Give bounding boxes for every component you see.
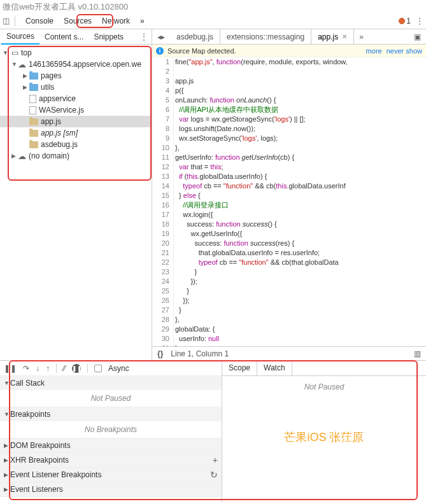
tree-file[interactable]: appservice — [0, 93, 152, 104]
tree-folder-utils[interactable]: ▶utils — [0, 81, 152, 93]
pause-icon[interactable]: ❚❚ — [4, 364, 17, 373]
tree-file[interactable]: asdebug.js — [0, 139, 152, 150]
tab-scope[interactable]: Scope — [222, 361, 257, 375]
tab-sources[interactable]: Sources — [59, 14, 97, 28]
history-back-icon[interactable]: ◂▸ — [152, 32, 170, 41]
close-icon[interactable]: ✕ — [342, 33, 347, 40]
sub-toolbar: Sources Content s... Snippets ⋮ ◂▸ asdeb… — [0, 29, 426, 45]
deactivate-bp-icon[interactable]: ⁄⁄ — [63, 364, 66, 373]
tree-top[interactable]: ▼▭top — [0, 47, 152, 59]
section-breakpoints[interactable]: ▼Breakpoints No Breakpoints — [0, 407, 222, 438]
link-never-show[interactable]: never show — [387, 47, 422, 55]
editor-status-bar: {} Line 1, Column 1 ▥ — [152, 346, 426, 360]
subtab-sources[interactable]: Sources — [1, 29, 39, 45]
info-icon: i — [156, 47, 164, 55]
maximize-icon[interactable]: ▣ — [409, 32, 426, 41]
step-over-icon[interactable]: ↷ — [23, 364, 29, 373]
tree-file[interactable]: WAService.js — [0, 104, 152, 116]
filetab-asdebug[interactable]: asdebug.js — [170, 29, 220, 44]
section-xhr-breakpoints[interactable]: ▶XHR Breakpoints+ — [0, 453, 222, 468]
link-more[interactable]: more — [366, 47, 382, 55]
pause-on-exception-icon[interactable]: ❚❚ — [72, 364, 81, 373]
not-paused-label: Not Paused — [222, 376, 426, 398]
tree-no-domain[interactable]: ▶☁(no domain) — [0, 150, 152, 162]
error-badge[interactable]: 1 — [399, 17, 411, 25]
tab-network[interactable]: Network — [97, 14, 135, 28]
async-checkbox[interactable] — [94, 365, 102, 372]
source-map-info: i Source Map detected. more never show — [152, 45, 426, 57]
cursor-position: Line 1, Column 1 — [171, 349, 229, 358]
debugger-left-pane: ❚❚ ↷ ↓ ↑ ⁄⁄ ❚❚ Async ▼Call Stack Not Pau… — [0, 361, 222, 503]
tab-console[interactable]: Console — [20, 14, 59, 28]
section-call-stack[interactable]: ▼Call Stack Not Paused — [0, 376, 222, 407]
watermark: 芒果iOS 张茳原 — [222, 430, 426, 445]
debugger-right-pane: Scope Watch Not Paused 芒果iOS 张茳原 — [222, 361, 426, 503]
tree-folder-pages[interactable]: ▶pages — [0, 70, 152, 81]
toggle-icon[interactable]: ▥ — [414, 349, 421, 358]
tab-watch[interactable]: Watch — [257, 361, 292, 375]
pretty-print-icon[interactable]: {} — [157, 349, 163, 358]
subtab-content-scripts[interactable]: Content s... — [39, 30, 89, 44]
code-editor[interactable]: 1234567891011121314151617181920212223242… — [152, 57, 426, 346]
step-into-icon[interactable]: ↓ — [36, 364, 39, 373]
window-title: 微信web开发者工具 v0.10.102800 — [0, 0, 426, 13]
filetabs-overflow-icon[interactable]: » — [354, 32, 369, 41]
tree-domain[interactable]: ▼☁1461365954.appservice.open.we — [0, 59, 152, 70]
subtab-snippets[interactable]: Snippets — [89, 30, 129, 44]
tree-file-selected[interactable]: app.js — [0, 116, 152, 127]
step-out-icon[interactable]: ↑ — [46, 364, 50, 373]
tabs-overflow-icon[interactable]: » — [135, 14, 150, 28]
filetab-extensions[interactable]: extensions::messaging — [220, 29, 311, 44]
tree-file[interactable]: app.js [sm] — [0, 127, 152, 139]
more-icon[interactable]: ⋮ — [136, 32, 152, 41]
section-dom-breakpoints[interactable]: ▶DOM Breakpoints — [0, 438, 222, 453]
section-event-listeners[interactable]: ▶Event Listeners — [0, 482, 222, 497]
main-toolbar: ◫ Console Sources Network » 1 ⋮ — [0, 13, 426, 29]
filetab-appjs[interactable]: app.js✕ — [311, 29, 354, 44]
refresh-icon[interactable]: ↻ — [210, 470, 218, 480]
section-event-listener-breakpoints[interactable]: ▶Event Listener Breakpoints↻ — [0, 468, 222, 482]
inspect-icon[interactable]: ◫ — [3, 17, 10, 25]
file-tree: ▼▭top ▼☁1461365954.appservice.open.we ▶p… — [0, 45, 152, 360]
settings-icon[interactable]: ⋮ — [416, 17, 423, 25]
add-icon[interactable]: + — [213, 455, 218, 465]
debugger-toolbar: ❚❚ ↷ ↓ ↑ ⁄⁄ ❚❚ Async — [0, 361, 222, 376]
